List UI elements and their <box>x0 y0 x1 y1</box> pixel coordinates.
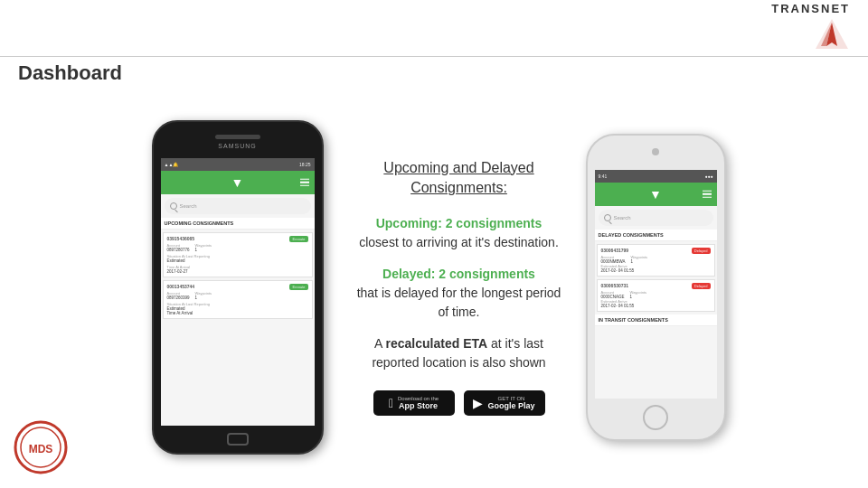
samsung-phone: SAMSUNG ▲▲🔔 18:25 ▼ Search UPCOMING CONS… <box>152 120 324 455</box>
main-content: SAMSUNG ▲▲🔔 18:25 ▼ Search UPCOMING CONS… <box>0 86 868 488</box>
iphone-app-header: ▼ <box>595 183 717 206</box>
iphone-card-2: 03006530731 Delayed Account 0000CNAGE Wa… <box>597 279 715 312</box>
samsung-card-2: 00013453744 Enroute Account 0897260399 W… <box>163 280 313 319</box>
card-id-2: 00013453744 <box>167 284 195 289</box>
brand-name: TRANSNET <box>771 2 850 15</box>
phone-brand-label: SAMSUNG <box>218 143 256 149</box>
waypoints-label-2: Waypoints <box>195 291 212 296</box>
iphone-app-logo: ▼ <box>649 187 662 202</box>
card-badge-2: Enroute <box>289 284 307 290</box>
delayed-desc: that is delayed for the longest period o… <box>357 286 561 319</box>
account-value-1: 0897280776 <box>167 248 190 252</box>
googleplay-text: GET IT ON Google Play <box>487 396 534 410</box>
search-bar: Search <box>165 198 311 214</box>
top-bar: TRANSNET <box>687 0 868 54</box>
appstore-badge[interactable]:  Download on the App Store <box>373 390 455 416</box>
app-badges:  Download on the App Store ▶ GET IT ON … <box>351 390 568 416</box>
heading-text: Upcoming and Delayed Consignments: <box>383 160 533 195</box>
home-button-samsung <box>227 433 249 446</box>
samsung-screen: ▲▲🔔 18:25 ▼ Search UPCOMING CONSIGNMENTS… <box>161 158 315 426</box>
status-time: 18:25 <box>299 162 311 167</box>
status-icons: ▲▲🔔 <box>165 162 179 167</box>
recalc-para: A recalculated ETA at it's lastreported … <box>351 334 568 372</box>
iphone-phone: 9:41 ●●● ▼ Search DELAYED CONSIGNMENTS 0… <box>586 134 726 441</box>
page-title: Dashboard <box>18 61 122 85</box>
time-value-1: 2017-02-27 <box>167 269 308 274</box>
waypoints-value-1: 1 <box>195 248 212 252</box>
iphone-section-title: DELAYED CONSIGNMENTS <box>595 230 717 241</box>
time-label-1: Time At Arrival <box>167 265 191 269</box>
iphone-waypoints-value-2: 1 <box>630 295 647 299</box>
iphone-status-left: 9:41 <box>599 174 608 179</box>
iphone-card-badge-1: Delayed <box>692 248 711 254</box>
iphone-account-value-2: 0000CNAGE <box>601 295 625 299</box>
iphone-status-bar: 9:41 ●●● <box>595 170 717 183</box>
header-divider <box>0 56 868 57</box>
app-logo: ▼ <box>231 175 244 190</box>
iphone-search-icon <box>604 214 611 221</box>
iphone-account-value-1: 0000NMBWA <box>601 259 626 264</box>
upcoming-label: Upcoming: 2 consignments <box>376 216 542 230</box>
recalc-bold: recalculated ETA <box>386 336 488 351</box>
iphone-card-badge-2: Delayed <box>692 283 711 289</box>
google-main: Google Play <box>487 401 534 410</box>
iphone-arrive-value-1: 2017-02- 04 01:55 <box>601 268 711 273</box>
card-id-1: 03915436065 <box>167 236 195 241</box>
play-icon: ▶ <box>473 396 483 410</box>
iphone-waypoints-label-2: Waypoints <box>630 290 647 295</box>
googleplay-badge[interactable]: ▶ GET IT ON Google Play <box>464 390 545 416</box>
search-placeholder: Search <box>180 203 197 209</box>
card-badge-1: Enroute <box>289 236 307 242</box>
search-icon <box>170 202 177 210</box>
appstore-main: App Store <box>398 401 439 410</box>
upcoming-desc: closest to arriving at it's destination. <box>359 235 559 249</box>
situation-label-2: Situation At Last Reporting <box>167 302 210 306</box>
iphone-waypoints-label-1: Waypoints <box>631 255 648 259</box>
iphone-card-id-2: 03006530731 <box>601 283 629 288</box>
waypoints-label-1: Waypoints <box>195 243 212 248</box>
iphone-card-1: 03006431799 Delayed Account 0000NMBWA Wa… <box>597 244 715 277</box>
section-title-upcoming: UPCOMING CONSIGNMENTS <box>161 218 315 230</box>
samsung-card-1: 03915436065 Enroute Account 0897280776 W… <box>163 232 313 277</box>
transnet-logo: TRANSNET <box>771 2 850 53</box>
delayed-label: Delayed: 2 consignments <box>382 267 535 281</box>
iphone-waypoints-value-1: 1 <box>631 259 648 264</box>
text-section: Upcoming and Delayed Consignments: Upcom… <box>342 149 577 426</box>
hamburger-icon <box>300 178 309 186</box>
iphone-status-right: ●●● <box>704 174 712 179</box>
iphone-search-bar: Search <box>599 210 713 226</box>
main-heading: Upcoming and Delayed Consignments: <box>351 158 568 199</box>
waypoints-value-2: 1 <box>195 296 212 300</box>
appstore-text: Download on the App Store <box>398 396 439 410</box>
delayed-para: Delayed: 2 consignments that is delayed … <box>351 265 568 322</box>
status-val-2: Estimated <box>167 306 210 311</box>
iphone-search-placeholder: Search <box>614 215 631 221</box>
apple-icon:  <box>389 396 393 410</box>
iphone-section-title-2: IN TRANSIT CONSIGNMENTS <box>595 314 717 326</box>
time-value-2: Time At Arrival <box>167 311 308 315</box>
status-val-1: Estimated <box>167 258 210 263</box>
iphone-arrive-value-2: 2017-02- 04 01:55 <box>601 304 711 308</box>
iphone-screen: 9:41 ●●● ▼ Search DELAYED CONSIGNMENTS 0… <box>595 170 717 399</box>
status-bar: ▲▲🔔 18:25 <box>161 158 315 171</box>
situation-label-1: Situation At Last Reporting <box>167 254 210 258</box>
iphone-hamburger-icon <box>703 190 712 198</box>
home-button-iphone <box>643 405 668 430</box>
iphone-card-id-1: 03006431799 <box>601 248 629 253</box>
app-header: ▼ <box>161 171 315 194</box>
phone-camera <box>652 148 659 155</box>
transnet-icon <box>814 17 850 53</box>
upcoming-para: Upcoming: 2 consignments closest to arri… <box>351 214 568 252</box>
account-value-2: 0897260399 <box>167 296 190 300</box>
speaker <box>215 135 260 139</box>
